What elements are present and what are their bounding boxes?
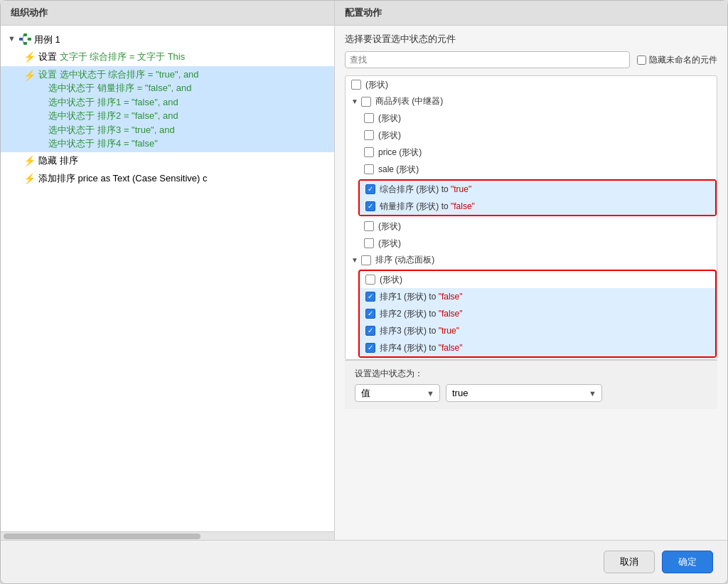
- label-shape3: (形状): [378, 129, 401, 142]
- action4-text: 添加排序 price as Text (Case Sensitive) c: [38, 171, 207, 186]
- checkbox-paixu1[interactable]: [365, 292, 375, 302]
- svg-rect-3: [28, 38, 31, 41]
- checkbox-products[interactable]: [361, 97, 371, 107]
- confirm-button[interactable]: 确定: [662, 551, 713, 573]
- right-panel-title: 配置动作: [345, 7, 382, 18]
- list-item-paixu2[interactable]: 排序2 (形状) to "false": [360, 305, 715, 322]
- label-shape4: (形状): [378, 221, 401, 233]
- label-sort-group: 排序 (动态面板): [375, 254, 434, 266]
- dropdown-value[interactable]: true false: [446, 384, 602, 402]
- label-paixu3: 排序3 (形状) to "true": [380, 325, 459, 337]
- checkbox-shape5[interactable]: [364, 238, 374, 248]
- action3-text: 隐藏 排序: [38, 154, 78, 168]
- checkbox-sort-group[interactable]: [361, 255, 371, 265]
- svg-rect-1: [23, 33, 27, 36]
- label-shape2: (形状): [378, 112, 401, 124]
- list-item-shape6[interactable]: (形状): [360, 271, 715, 288]
- list-item-paixu4[interactable]: 排序4 (形状) to "false": [360, 339, 715, 356]
- dialog-body: 组织动作 ▼ 用例 1: [1, 1, 727, 540]
- red-box-top: 综合排序 (形状) to "true" 销量排序 (形状) to "false": [358, 179, 717, 216]
- list-item-paixu3[interactable]: 排序3 (形状) to "true": [360, 322, 715, 339]
- label-products: 商品列表 (中继器): [375, 95, 443, 107]
- set-state-label: 设置选中状态为：: [355, 368, 707, 380]
- set-state-section: 设置选中状态为： 值 ▼ true false: [345, 360, 717, 409]
- network-icon: [18, 33, 31, 46]
- checkbox-shape2[interactable]: [364, 113, 374, 123]
- svg-line-5: [23, 39, 23, 43]
- section-title: 选择要设置选中状态的元件: [345, 33, 717, 46]
- element-list: (形状) ▼ 商品列表 (中继器) (形状): [345, 75, 717, 360]
- checkbox-shape1[interactable]: [351, 80, 361, 90]
- dropdown-type-wrap: 值 ▼: [355, 384, 440, 402]
- checkbox-xiaoliang[interactable]: [365, 201, 375, 211]
- search-row: 隐藏未命名的元件: [345, 51, 717, 68]
- disclosure-sort: ▼: [351, 257, 358, 264]
- list-item-price[interactable]: price (形状): [358, 144, 717, 161]
- checkbox-shape3[interactable]: [364, 130, 374, 140]
- checkbox-shape6[interactable]: [365, 275, 375, 285]
- hide-unnamed-label[interactable]: 隐藏未命名的元件: [637, 54, 717, 66]
- list-item-shape4[interactable]: (形状): [358, 218, 717, 235]
- dialog: 组织动作 ▼ 用例 1: [0, 0, 728, 584]
- list-item-shape2[interactable]: (形状): [358, 110, 717, 127]
- use-case-label: 用例 1: [34, 33, 60, 47]
- checkbox-shape4[interactable]: [364, 221, 374, 231]
- tree-use-case[interactable]: ▼ 用例 1: [1, 31, 334, 48]
- cancel-button[interactable]: 取消: [604, 551, 655, 573]
- list-item-shape1[interactable]: (形状): [346, 76, 717, 93]
- left-panel-content: ▼ 用例 1 ⚡ 设置 文字于: [1, 26, 334, 531]
- scroll-thumb: [4, 533, 200, 539]
- label-shape1: (形状): [365, 79, 388, 91]
- disclosure-icon: ▼: [8, 33, 16, 45]
- left-scrollbar[interactable]: [1, 531, 334, 540]
- red-box-bottom: (形状) 排序1 (形状) to "false" 排序2 (形状) to "fa…: [358, 270, 717, 358]
- label-paixu2: 排序2 (形状) to "false": [380, 308, 463, 320]
- bolt-icon-2: ⚡: [23, 68, 36, 83]
- checkbox-zonghe[interactable]: [365, 184, 375, 194]
- group-sort[interactable]: ▼ 排序 (动态面板): [346, 252, 717, 268]
- tree-action-4[interactable]: ⚡ 添加排序 price as Text (Case Sensitive) c: [1, 170, 334, 188]
- label-shape5: (形状): [378, 238, 401, 250]
- disclosure-products: ▼: [351, 98, 358, 105]
- action1-text: 设置 文字于 综合排序 = 文字于 This: [38, 50, 185, 64]
- tree-action-2[interactable]: ⚡ 设置 选中状态于 综合排序 = "true", and 选中状态于 销量排序…: [1, 66, 334, 152]
- left-panel-title: 组织动作: [11, 7, 48, 18]
- label-paixu1: 排序1 (形状) to "false": [380, 291, 463, 303]
- label-xiaoliang: 销量排序 (形状) to "false": [380, 201, 475, 213]
- tree-action-1[interactable]: ⚡ 设置 文字于 综合排序 = 文字于 This: [1, 48, 334, 66]
- list-item-sale[interactable]: sale (形状): [358, 161, 717, 178]
- label-price: price (形状): [378, 147, 422, 159]
- bolt-icon-4: ⚡: [23, 171, 36, 186]
- checkbox-paixu3[interactable]: [365, 326, 375, 336]
- list-item-shape3[interactable]: (形状): [358, 127, 717, 144]
- svg-line-4: [23, 35, 23, 39]
- bolt-icon-3: ⚡: [23, 154, 36, 169]
- label-zonghe: 综合排序 (形状) to "true": [380, 184, 471, 196]
- dropdown-value-wrap: true false ▼: [446, 384, 602, 402]
- search-input[interactable]: [345, 51, 630, 68]
- sort-children: (形状) 排序1 (形状) to "false" 排序2 (形状) to "fa…: [346, 270, 717, 358]
- hide-unnamed-checkbox[interactable]: [637, 55, 646, 65]
- right-panel-header: 配置动作: [335, 1, 727, 26]
- left-panel: 组织动作 ▼ 用例 1: [1, 1, 335, 540]
- svg-rect-2: [23, 42, 27, 45]
- left-panel-header: 组织动作: [1, 1, 334, 26]
- list-item-shape5[interactable]: (形状): [358, 235, 717, 252]
- list-item-xiaoliang[interactable]: 销量排序 (形状) to "false": [360, 198, 715, 215]
- list-item-paixu1[interactable]: 排序1 (形状) to "false": [360, 288, 715, 305]
- action2-text: 设置 选中状态于 综合排序 = "true", and 选中状态于 销量排序 =…: [38, 68, 199, 151]
- checkbox-paixu4[interactable]: [365, 343, 375, 353]
- group-products[interactable]: ▼ 商品列表 (中继器): [346, 93, 717, 110]
- label-sale: sale (形状): [378, 164, 419, 176]
- svg-rect-0: [19, 38, 23, 41]
- checkbox-price[interactable]: [364, 147, 374, 157]
- bolt-icon-1: ⚡: [23, 50, 36, 65]
- checkbox-sale[interactable]: [364, 164, 374, 174]
- right-panel: 配置动作 选择要设置选中状态的元件 隐藏未命名的元件: [335, 1, 727, 540]
- list-item-zonghe[interactable]: 综合排序 (形状) to "true": [360, 181, 715, 198]
- dropdown-type[interactable]: 值: [355, 384, 440, 402]
- checkbox-paixu2[interactable]: [365, 309, 375, 319]
- label-paixu4: 排序4 (形状) to "false": [380, 342, 463, 354]
- tree-action-3[interactable]: ⚡ 隐藏 排序: [1, 152, 334, 170]
- set-state-dropdowns: 值 ▼ true false ▼: [355, 384, 707, 402]
